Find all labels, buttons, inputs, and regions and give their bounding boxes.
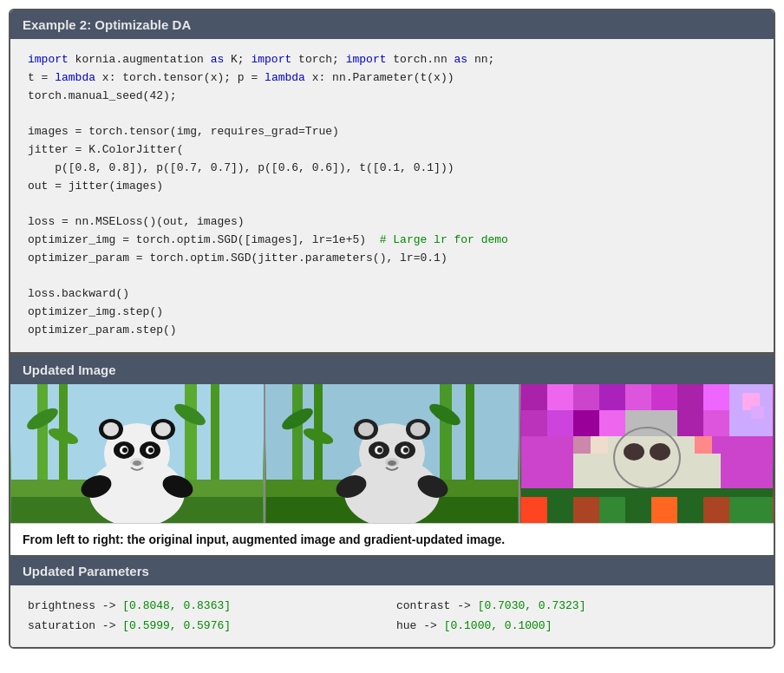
svg-rect-53 xyxy=(521,384,547,410)
code-line-15: optimizer_img.step() xyxy=(28,304,756,322)
svg-rect-87 xyxy=(729,497,773,523)
svg-rect-59 xyxy=(677,384,703,410)
param-contrast: contrast -> [0.7030, 0.7323] xyxy=(396,596,756,616)
panda-augmented xyxy=(265,384,520,523)
svg-rect-57 xyxy=(625,384,651,410)
svg-point-41 xyxy=(410,422,426,436)
code-line-blank3 xyxy=(28,268,756,286)
svg-rect-73 xyxy=(695,436,712,454)
panda-gradient xyxy=(520,384,774,523)
updated-params-section: Updated Parameters brightness -> [0.8048… xyxy=(10,555,774,647)
updated-image-section: Updated Image xyxy=(10,354,774,555)
code-line-7: p([0.8, 0.8]), p([0.7, 0.7]), p([0.6, 0.… xyxy=(28,160,756,178)
panda-original xyxy=(10,384,265,523)
svg-point-76 xyxy=(624,443,644,461)
svg-rect-86 xyxy=(703,497,729,523)
code-line-14: loss.backward() xyxy=(28,285,756,304)
contrast-val: [0.7030, 0.7323] xyxy=(478,599,586,612)
svg-point-46 xyxy=(377,448,382,453)
svg-point-15 xyxy=(155,422,171,436)
svg-rect-82 xyxy=(599,497,625,523)
hue-arrow: -> xyxy=(423,619,443,632)
param-hue: hue -> [0.1000, 0.1000] xyxy=(396,616,756,636)
updated-params-title: Updated Parameters xyxy=(10,557,774,585)
code-line-1: import kornia.augmentation as K; import … xyxy=(28,51,756,69)
code-line-8: out = jitter(images) xyxy=(28,178,756,196)
saturation-val: [0.5999, 0.5976] xyxy=(122,619,231,632)
saturation-arrow: -> xyxy=(102,619,122,632)
code-line-16: optimizer_param.step() xyxy=(28,322,756,340)
svg-rect-72 xyxy=(591,436,608,454)
svg-rect-90 xyxy=(751,406,764,419)
svg-rect-56 xyxy=(599,384,625,410)
svg-rect-62 xyxy=(521,410,547,436)
code-line-3: torch.manual_seed(42); xyxy=(28,88,756,106)
svg-rect-67 xyxy=(677,410,703,436)
svg-point-77 xyxy=(650,443,670,461)
code-line-10: loss = nn.MSELoss()(out, images) xyxy=(28,213,756,232)
svg-rect-58 xyxy=(651,384,677,410)
svg-rect-80 xyxy=(547,497,573,523)
svg-point-14 xyxy=(103,422,119,436)
code-line-5: images = torch.tensor(img, requires_grad… xyxy=(28,123,756,141)
param-saturation: saturation -> [0.5999, 0.5976] xyxy=(28,616,388,636)
code-line-blank2 xyxy=(28,195,756,213)
code-block: import kornia.augmentation as K; import … xyxy=(10,39,774,354)
svg-rect-74 xyxy=(712,436,729,454)
svg-point-40 xyxy=(358,422,374,436)
param-brightness: brightness -> [0.8048, 0.8363] xyxy=(28,596,388,616)
svg-point-20 xyxy=(122,448,127,453)
params-row-1: brightness -> [0.8048, 0.8363] contrast … xyxy=(28,596,756,616)
svg-rect-85 xyxy=(677,497,703,523)
svg-rect-55 xyxy=(573,384,599,410)
svg-point-49 xyxy=(388,461,396,466)
brightness-arrow: -> xyxy=(102,599,122,612)
svg-rect-60 xyxy=(703,384,729,410)
main-container: Example 2: Optimizable DA import kornia.… xyxy=(9,9,775,649)
svg-point-23 xyxy=(133,461,141,466)
hue-val: [0.1000, 0.1000] xyxy=(444,619,552,632)
svg-rect-81 xyxy=(573,497,599,523)
code-line-2: t = lambda x: torch.tensor(x); p = lambd… xyxy=(28,69,756,88)
updated-image-title: Updated Image xyxy=(10,356,774,384)
saturation-key: saturation xyxy=(28,619,95,632)
panda-aug-svg xyxy=(266,384,518,523)
svg-rect-84 xyxy=(651,497,677,523)
example-title: Example 2: Optimizable DA xyxy=(10,10,774,39)
contrast-key: contrast xyxy=(396,599,450,612)
panda-grad-svg xyxy=(521,384,773,523)
svg-rect-83 xyxy=(625,497,651,523)
params-block: brightness -> [0.8048, 0.8363] contrast … xyxy=(10,585,774,647)
panda-orig-svg xyxy=(11,384,263,523)
code-line-6: jitter = K.ColorJitter( xyxy=(28,141,756,160)
brightness-key: brightness xyxy=(28,599,95,612)
svg-rect-54 xyxy=(547,384,573,410)
svg-rect-71 xyxy=(573,436,591,454)
code-line-11: optimizer_img = torch.optim.SGD([images]… xyxy=(28,232,756,250)
svg-rect-79 xyxy=(521,497,547,523)
image-caption: From left to right: the original input, … xyxy=(10,523,774,555)
hue-key: hue xyxy=(396,619,423,632)
panda-images-row xyxy=(10,384,774,523)
svg-rect-66 xyxy=(625,410,677,436)
svg-rect-63 xyxy=(547,410,573,436)
svg-point-21 xyxy=(148,448,154,453)
svg-point-47 xyxy=(403,448,408,453)
brightness-val: [0.8048, 0.8363] xyxy=(122,599,231,612)
params-row-2: saturation -> [0.5999, 0.5976] hue -> [0… xyxy=(28,616,756,636)
svg-rect-64 xyxy=(573,410,599,436)
code-line-blank1 xyxy=(28,105,756,123)
contrast-arrow: -> xyxy=(457,599,477,612)
svg-rect-65 xyxy=(599,410,625,436)
code-line-12: optimizer_param = torch.optim.SGD(jitter… xyxy=(28,250,756,268)
